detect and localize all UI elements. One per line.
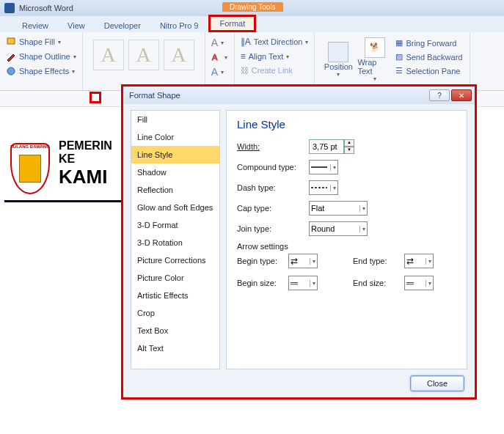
wordart-styles-group: A A A <box>83 32 205 90</box>
text-group: ∥A Text Direction▾ ≡ Align Text▾ ⛓ Creat… <box>235 32 315 90</box>
shape-outline-button[interactable]: Shape Outline▾ <box>6 50 76 63</box>
cat-line-style[interactable]: Line Style <box>131 146 219 163</box>
end-size-combo[interactable]: ▾ <box>404 276 434 290</box>
end-type-icon <box>406 256 414 266</box>
arrow-settings-label: Arrow settings <box>237 242 456 251</box>
cat-alt-text[interactable]: Alt Text <box>131 339 219 357</box>
text-direction-icon: ∥A <box>241 37 251 47</box>
doc-underline <box>4 200 136 202</box>
begin-size-combo[interactable]: ▾ <box>288 276 318 290</box>
cat-line-color[interactable]: Line Color <box>131 128 219 146</box>
tab-review[interactable]: Review <box>13 19 57 32</box>
font-group: A▾ A▾ A▾ <box>205 32 235 90</box>
link-icon: ⛓ <box>241 66 249 75</box>
begin-size-icon <box>291 277 298 289</box>
cap-combo[interactable]: Flat▾ <box>309 201 368 216</box>
word-icon <box>4 3 15 13</box>
cat-shadow[interactable]: Shadow <box>131 163 219 181</box>
dash-icon <box>311 187 327 188</box>
bucket-icon <box>6 37 16 47</box>
width-spinner[interactable]: ▲▼ <box>309 139 354 154</box>
shape-styles-group: Shape Fill▾ Shape Outline▾ Shape Effects… <box>0 32 83 90</box>
end-type-combo[interactable]: ▾ <box>404 254 434 268</box>
svg-text:A: A <box>212 53 218 62</box>
cat-3d-rotation[interactable]: 3-D Rotation <box>131 234 219 251</box>
join-combo[interactable]: Round▾ <box>309 221 368 236</box>
begin-type-combo[interactable]: ▾ <box>288 254 318 268</box>
cat-glow[interactable]: Glow and Soft Edges <box>131 199 219 216</box>
compound-line-icon <box>311 166 327 168</box>
compound-label: Compound type: <box>237 163 303 172</box>
font-outline[interactable]: A▾ <box>211 51 228 63</box>
width-up[interactable]: ▲ <box>344 139 354 147</box>
align-icon: ≡ <box>241 51 246 62</box>
drawing-tools-contextual-tab: Drawing Tools <box>222 2 283 12</box>
wordart-style-3[interactable]: A <box>164 40 194 70</box>
text-direction-button[interactable]: ∥A Text Direction▾ <box>241 35 309 48</box>
dash-label: Dash type: <box>237 183 303 192</box>
arrange-group: Position▾ 🐕 Wrap Text▾ ▦Bring Forward ▨S… <box>315 32 470 90</box>
outline-a-icon: A <box>211 53 222 62</box>
cat-artistic-effects[interactable]: Artistic Effects <box>131 287 219 304</box>
svg-rect-0 <box>7 38 15 44</box>
cat-fill[interactable]: Fill <box>131 111 219 128</box>
bring-forward-button[interactable]: ▦Bring Forward <box>395 37 462 49</box>
width-label: Width: <box>237 142 303 151</box>
selection-pane-button[interactable]: ☰Selection Pane <box>395 65 462 77</box>
position-icon <box>328 42 348 62</box>
ribbon: Shape Fill▾ Shape Outline▾ Shape Effects… <box>0 32 504 91</box>
backward-icon: ▨ <box>395 52 403 62</box>
cat-crop[interactable]: Crop <box>131 304 219 322</box>
wordart-style-1[interactable]: A <box>93 40 124 70</box>
dialog-close-x-button[interactable]: ✕ <box>451 89 472 101</box>
begin-size-label: Begin size: <box>237 279 282 287</box>
format-shape-dialog: Format Shape ? ✕ Fill Line Color Line St… <box>121 84 477 400</box>
pane-heading: Line Style <box>237 118 456 130</box>
shape-effects-button[interactable]: Shape Effects▾ <box>6 65 76 78</box>
wordart-style-2[interactable]: A <box>128 40 159 70</box>
close-button[interactable]: Close <box>410 375 464 391</box>
dash-combo[interactable]: ▾ <box>309 180 338 195</box>
svg-point-1 <box>7 67 15 75</box>
app-title: Microsoft Word <box>19 4 73 12</box>
align-text-button[interactable]: ≡ Align Text▾ <box>241 50 309 63</box>
position-button[interactable]: Position▾ <box>321 35 356 84</box>
tab-view[interactable]: View <box>59 19 94 32</box>
begin-type-label: Begin type: <box>237 257 282 265</box>
pane-icon: ☰ <box>395 66 403 76</box>
width-input[interactable] <box>309 139 344 154</box>
detail-pane: Line Style Width: ▲▼ Compound type: ▾ Da… <box>226 110 467 369</box>
compound-combo[interactable]: ▾ <box>309 160 338 174</box>
end-size-icon <box>406 277 414 289</box>
font-effects[interactable]: A▾ <box>211 65 228 79</box>
font-fill[interactable]: A▾ <box>211 35 228 50</box>
dialog-title-bar[interactable]: Format Shape ? ✕ <box>123 87 475 104</box>
cap-label: Cap type: <box>237 204 303 213</box>
tab-format[interactable]: Format <box>208 15 256 32</box>
shape-fill-button[interactable]: Shape Fill▾ <box>6 35 76 48</box>
dialog-launcher[interactable] <box>90 92 101 103</box>
cap-value: Flat <box>311 204 324 213</box>
category-list: Fill Line Color Line Style Shadow Reflec… <box>131 110 220 369</box>
dialog-help-button[interactable]: ? <box>429 89 450 101</box>
cat-picture-corrections[interactable]: Picture Corrections <box>131 251 219 269</box>
width-down[interactable]: ▼ <box>344 147 354 154</box>
join-label: Join type: <box>237 224 303 233</box>
effects-icon <box>6 66 16 76</box>
end-size-label: End size: <box>353 279 398 287</box>
cat-text-box[interactable]: Text Box <box>131 322 219 339</box>
wrap-text-button[interactable]: 🐕 Wrap Text▾ <box>357 35 392 84</box>
tab-developer[interactable]: Developer <box>95 19 150 32</box>
create-link-button: ⛓ Create Link <box>241 65 309 76</box>
cat-3d-format[interactable]: 3-D Format <box>131 216 219 234</box>
join-value: Round <box>311 224 335 233</box>
wrap-icon: 🐕 <box>365 37 385 58</box>
send-backward-button[interactable]: ▨Send Backward <box>395 51 462 63</box>
ribbon-tabs: Review View Developer Nitro Pro 9 Format <box>0 16 504 32</box>
tab-nitro[interactable]: Nitro Pro 9 <box>151 19 208 32</box>
dialog-title: Format Shape <box>126 91 180 100</box>
cat-picture-color[interactable]: Picture Color <box>131 269 219 287</box>
seal-logo: TULANG BAWANG <box>10 143 50 194</box>
cat-reflection[interactable]: Reflection <box>131 181 219 199</box>
end-type-label: End type: <box>353 257 398 265</box>
